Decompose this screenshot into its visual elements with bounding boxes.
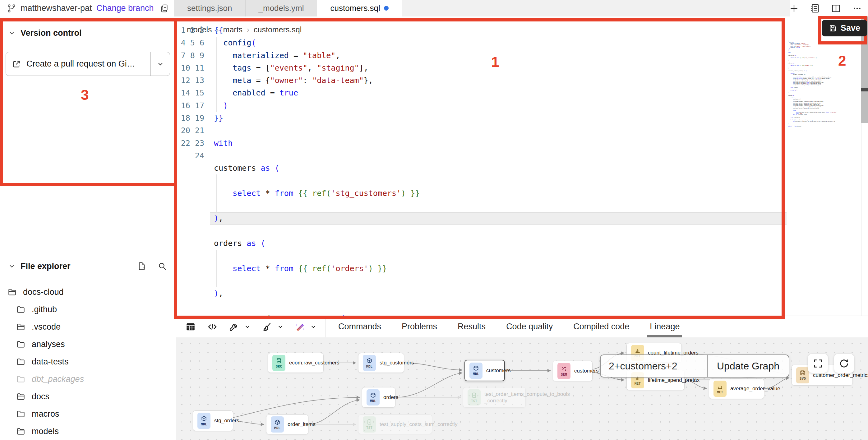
tree-item-data-tests[interactable]: data-tests bbox=[0, 353, 176, 370]
chart-icon bbox=[634, 347, 641, 353]
tree-item-docs-cloud[interactable]: docs-cloud bbox=[0, 283, 176, 301]
lineage-node-test-order-items[interactable]: TSTtest_order_items_compute_to_bools _co… bbox=[463, 387, 526, 408]
update-graph-button[interactable]: Update Graph bbox=[708, 355, 789, 377]
floppy-icon bbox=[800, 370, 806, 376]
unsaved-dot bbox=[384, 6, 389, 10]
lineage-node-order-items[interactable]: MDLorder_items bbox=[266, 414, 308, 434]
lineage-node-orders-model[interactable]: MDLorders bbox=[362, 387, 396, 408]
code-editor[interactable]: models›marts›customers.sql 1 2 3 4 5 6 7… bbox=[176, 17, 868, 316]
mdl-badge: MDL bbox=[271, 416, 284, 433]
tree-item-analyses[interactable]: analyses bbox=[0, 336, 176, 353]
change-branch-link[interactable]: Change branch bbox=[96, 3, 154, 13]
create-pr-button[interactable]: Create a pull request on Gi… bbox=[6, 52, 170, 76]
ai-dropdown-chevron-icon[interactable] bbox=[310, 323, 317, 330]
split-editor-icon[interactable] bbox=[831, 3, 841, 14]
build-wrench-icon[interactable] bbox=[228, 321, 240, 333]
node-label: average_order_value bbox=[730, 385, 780, 392]
panel-tab-compiled-code[interactable]: Compiled code bbox=[573, 316, 629, 337]
lineage-filter-input[interactable]: 2+customers+2 bbox=[601, 355, 707, 377]
format-dropdown-chevron-icon[interactable] bbox=[277, 323, 284, 330]
tree-item-models[interactable]: models bbox=[0, 422, 176, 440]
fullscreen-button[interactable] bbox=[808, 353, 828, 373]
copy-icon[interactable] bbox=[160, 4, 169, 13]
sem-icon bbox=[561, 366, 567, 372]
folder-open-icon bbox=[16, 322, 26, 332]
lineage-node-stg-customers[interactable]: MDLstg_customers bbox=[358, 353, 404, 373]
tree-item-macros[interactable]: macros bbox=[0, 405, 176, 422]
format-broom-icon[interactable] bbox=[261, 321, 273, 333]
ai-magic-icon[interactable] bbox=[294, 321, 306, 333]
git-branch-icon bbox=[7, 4, 16, 13]
new-file-icon[interactable] bbox=[137, 261, 147, 271]
chevron-down-icon bbox=[8, 262, 16, 270]
panel-tab-commands[interactable]: Commands bbox=[338, 316, 381, 337]
test-icon bbox=[366, 419, 372, 425]
lineage-node-average-order-value[interactable]: METaverage_order_value bbox=[709, 378, 764, 399]
chevron-down-icon bbox=[8, 29, 16, 37]
version-control-title: Version control bbox=[21, 28, 82, 38]
tab-label: _models.yml bbox=[259, 3, 304, 13]
mdl-badge: MDL bbox=[197, 413, 211, 429]
lineage-canvas[interactable]: SRCecom.raw_customersMDLstg_customersMDL… bbox=[176, 337, 868, 440]
tree-item-dbt-packages[interactable]: dbt_packages bbox=[0, 370, 176, 388]
lineage-node-ecom-raw-customers[interactable]: SRCecom.raw_customers bbox=[268, 353, 323, 373]
panel-tab-code-quality[interactable]: Code quality bbox=[506, 316, 553, 337]
lineage-node-customers-semantic[interactable]: SEMcustomers bbox=[553, 361, 593, 381]
save-label: Save bbox=[841, 23, 860, 33]
lineage-node-stg-orders[interactable]: MDLstg_orders bbox=[193, 410, 233, 431]
node-label: test_order_items_compute_to_bools _corre… bbox=[484, 391, 570, 404]
panel-tab-problems[interactable]: Problems bbox=[402, 316, 437, 337]
editor-tab-customers-sql[interactable]: customers.sql bbox=[317, 0, 401, 17]
scrollbar-thumb[interactable] bbox=[861, 88, 868, 91]
create-pr-dropdown[interactable] bbox=[151, 52, 170, 75]
cube-icon bbox=[201, 415, 207, 422]
tree-item--github[interactable]: .github bbox=[0, 301, 176, 318]
external-link-icon bbox=[12, 60, 21, 68]
node-label: stg_orders bbox=[214, 418, 239, 424]
mdl-badge: MDL bbox=[469, 363, 483, 379]
overflow-ellipsis-icon[interactable] bbox=[852, 3, 862, 14]
panel-tab-results[interactable]: Results bbox=[458, 316, 486, 337]
tree-item-label: docs bbox=[32, 392, 50, 402]
results-table-icon[interactable] bbox=[185, 321, 196, 333]
lineage-node-customers-model[interactable]: MDLcustomers bbox=[464, 360, 505, 381]
tree-item-docs[interactable]: docs bbox=[0, 388, 176, 405]
sem-badge: SEM bbox=[557, 363, 570, 379]
save-button[interactable]: Save bbox=[822, 20, 867, 36]
tree-item-label: .github bbox=[32, 305, 57, 314]
build-dropdown-chevron-icon[interactable] bbox=[244, 323, 251, 330]
met-badge: MET bbox=[713, 381, 726, 397]
editor-tab--models-yml[interactable]: _models.yml bbox=[246, 0, 317, 17]
cube-icon bbox=[274, 419, 280, 426]
code-icon[interactable] bbox=[207, 321, 218, 333]
create-pr-main[interactable]: Create a pull request on Gi… bbox=[6, 59, 151, 69]
tree-item-label: .vscode bbox=[32, 322, 61, 332]
tree-item-label: docs-cloud bbox=[23, 287, 64, 297]
cube-icon bbox=[370, 392, 376, 398]
sidebar: Version control Create a pull request on… bbox=[0, 17, 176, 440]
refresh-button[interactable] bbox=[834, 353, 854, 373]
bottom-panel: CommandsProblemsResultsCode qualityCompi… bbox=[176, 316, 868, 440]
mdl-badge: MDL bbox=[367, 389, 380, 406]
tree-item--vscode[interactable]: .vscode bbox=[0, 318, 176, 336]
minimap[interactable]: {{ config( materialized = "table", tags … bbox=[788, 40, 861, 127]
panel-icon-group bbox=[176, 321, 317, 333]
cube-icon bbox=[473, 365, 479, 371]
src-badge: SRC bbox=[272, 355, 285, 371]
sidebar-divider bbox=[0, 255, 176, 255]
code-lines[interactable]: {{ config( materialized = "table", tags … bbox=[214, 24, 420, 325]
scrollbar-rest bbox=[861, 123, 868, 316]
new-tab-plus-icon[interactable] bbox=[789, 3, 799, 13]
lineage-filter-box: 2+customers+2 Update Graph bbox=[600, 354, 789, 377]
version-control-header[interactable]: Version control bbox=[0, 27, 176, 39]
create-pr-label: Create a pull request on Gi… bbox=[26, 59, 135, 69]
node-label: test_supply_costs_sum_correctly bbox=[380, 421, 457, 428]
panel-tab-lineage[interactable]: Lineage bbox=[650, 316, 680, 337]
mdl-badge: MDL bbox=[363, 355, 376, 371]
editor-tab-settings-json[interactable]: settings.json bbox=[174, 0, 246, 17]
folder-open-icon bbox=[16, 427, 26, 436]
notebook-panel-icon[interactable] bbox=[810, 3, 820, 14]
lineage-node-test-supply-costs[interactable]: TSTtest_supply_costs_sum_correctly bbox=[358, 414, 432, 434]
node-label: lifetime_spend_pretax bbox=[648, 377, 700, 383]
search-icon[interactable] bbox=[158, 261, 167, 271]
